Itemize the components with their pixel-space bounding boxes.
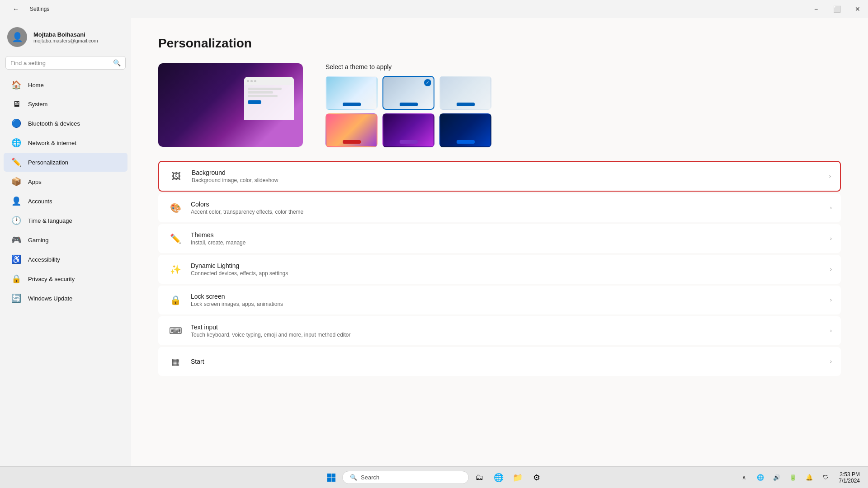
sidebar-item-personalization[interactable]: ✏️ Personalization [4,153,127,172]
settings-item-background[interactable]: 🖼 Background Background image, color, sl… [158,161,841,192]
svg-rect-2 [327,478,331,482]
sidebar-item-apps[interactable]: 📦 Apps [4,172,127,191]
close-button[interactable]: ✕ [847,2,868,16]
taskbar-task-view[interactable]: 🗂 [472,469,488,486]
settings-chevron-background: › [829,173,831,179]
sidebar-item-time[interactable]: 🕐 Time & language [4,211,127,230]
settings-chevron-text-input: › [830,328,832,334]
nav-icon-accounts: 👤 [11,196,22,206]
settings-title-start: Start [191,358,823,365]
settings-text-colors: Colors Accent color, transparency effect… [191,201,823,215]
settings-desc-themes: Install, create, manage [191,239,823,246]
taskbar-windows-icon[interactable] [323,469,340,486]
theme-picker-label: Select a theme to apply [326,63,841,70]
title-bar-title: Settings [30,6,49,12]
search-box[interactable]: 🔍 [5,56,126,70]
settings-icon-background: 🖼 [168,168,184,184]
theme-thumb-t2[interactable]: ✓ [382,76,434,110]
settings-desc-background: Background image, color, slideshow [192,177,822,183]
svg-rect-0 [327,474,331,478]
maximize-button[interactable]: ⬜ [826,2,847,16]
back-button[interactable]: ← [5,2,26,16]
sidebar-item-accounts[interactable]: 👤 Accounts [4,192,127,211]
nav-icon-update: 🔄 [11,293,22,303]
theme-thumb-t5[interactable] [382,113,434,147]
sidebar-item-gaming[interactable]: 🎮 Gaming [4,230,127,249]
sidebar-item-home[interactable]: 🏠 Home [4,75,127,94]
taskbar-right: ∧ 🌐 🔊 🔋 🔔 🛡 3:53 PM 7/1/2024 [737,469,863,486]
nav-label-gaming: Gaming [28,237,49,244]
settings-icon-dynamic-lighting: ✨ [167,261,184,277]
nav-label-accounts: Accounts [28,198,52,205]
title-bar: ← Settings − ⬜ ✕ [0,0,868,18]
preview-dot-1 [247,80,249,82]
clock[interactable]: 3:53 PM 7/1/2024 [836,470,863,485]
settings-desc-text-input: Touch keyboard, voice typing, emoji and … [191,332,823,338]
nav-icon-system: 🖥 [11,99,22,109]
settings-item-themes[interactable]: ✏️ Themes Install, create, manage › [158,224,841,253]
tray-network[interactable]: 🌐 [754,469,767,486]
tray-notification[interactable]: 🔔 [802,469,816,486]
sidebar-item-update[interactable]: 🔄 Windows Update [4,289,127,308]
sidebar-item-bluetooth[interactable]: 🔵 Bluetooth & devices [4,114,127,133]
nav-label-network: Network & internet [28,140,76,146]
taskbar-edge[interactable]: 🌐 [491,469,507,486]
settings-item-dynamic-lighting[interactable]: ✨ Dynamic Lighting Connected devices, ef… [158,255,841,284]
sidebar-item-accessibility[interactable]: ♿ Accessibility [4,250,127,269]
user-profile[interactable]: 👤 Mojtaba Bolhasani mojtaba.masters@gmai… [0,22,131,56]
settings-item-start[interactable]: ▦ Start › [158,347,841,376]
settings-icon-lock-screen: 🔒 [167,292,184,308]
minimize-button[interactable]: − [806,2,826,16]
settings-text-background: Background Background image, color, slid… [192,169,822,183]
sidebar-item-system[interactable]: 🖥 System [4,95,127,113]
tray-windows-security[interactable]: 🛡 [819,469,832,486]
taskbar-search-icon: 🔍 [350,474,357,481]
search-input[interactable] [10,60,109,66]
theme-thumb-t1[interactable] [326,76,377,110]
theme-thumb-t4[interactable] [326,113,377,147]
nav-icon-bluetooth: 🔵 [11,118,22,128]
preview-window [244,77,294,120]
preview-line-2 [248,91,273,94]
svg-rect-3 [332,478,336,482]
theme-thumb-t3[interactable] [439,76,491,110]
tray-volume[interactable]: 🔊 [770,469,783,486]
sidebar-item-network[interactable]: 🌐 Network & internet [4,133,127,152]
nav-list: 🏠 Home 🖥 System 🔵 Bluetooth & devices 🌐 … [0,75,131,308]
user-name: Mojtaba Bolhasani [33,31,98,38]
settings-title-text-input: Text input [191,324,823,331]
app-container: 👤 Mojtaba Bolhasani mojtaba.masters@gmai… [0,18,868,466]
settings-title-colors: Colors [191,201,823,208]
settings-item-lock-screen[interactable]: 🔒 Lock screen Lock screen images, apps, … [158,286,841,314]
settings-text-dynamic-lighting: Dynamic Lighting Connected devices, effe… [191,262,823,277]
settings-desc-dynamic-lighting: Connected devices, effects, app settings [191,270,823,277]
nav-icon-home: 🏠 [11,80,22,90]
settings-text-themes: Themes Install, create, manage [191,231,823,246]
theme-thumb-t6[interactable] [439,113,491,147]
theme-picker: Select a theme to apply ✓ [326,63,841,147]
taskbar-search-bar[interactable]: 🔍 Search [342,471,469,484]
taskbar-explorer[interactable]: 📁 [509,469,526,486]
settings-icon-colors: 🎨 [167,200,184,216]
search-icon: 🔍 [113,59,121,66]
settings-item-text-input[interactable]: ⌨ Text input Touch keyboard, voice typin… [158,316,841,345]
theme-preview [158,63,303,147]
nav-icon-network: 🌐 [11,138,22,148]
theme-grid: ✓ [326,76,493,147]
svg-rect-1 [332,474,336,478]
nav-label-time: Time & language [28,217,72,224]
tray-chevron[interactable]: ∧ [737,469,751,486]
theme-selected-icon: ✓ [424,79,431,86]
tray-battery[interactable]: 🔋 [786,469,800,486]
settings-list: 🖼 Background Background image, color, sl… [158,161,841,376]
settings-title-themes: Themes [191,231,823,239]
nav-label-home: Home [28,82,44,89]
settings-icon-text-input: ⌨ [167,323,184,339]
nav-label-bluetooth: Bluetooth & devices [28,120,80,127]
sidebar-item-privacy[interactable]: 🔒 Privacy & security [4,269,127,288]
settings-chevron-lock-screen: › [830,297,832,303]
settings-item-colors[interactable]: 🎨 Colors Accent color, transparency effe… [158,193,841,222]
taskbar-settings[interactable]: ⚙ [528,469,545,486]
settings-icon-themes: ✏️ [167,230,184,247]
taskbar-center: 🔍 Search 🗂 🌐 📁 ⚙ [323,469,545,486]
